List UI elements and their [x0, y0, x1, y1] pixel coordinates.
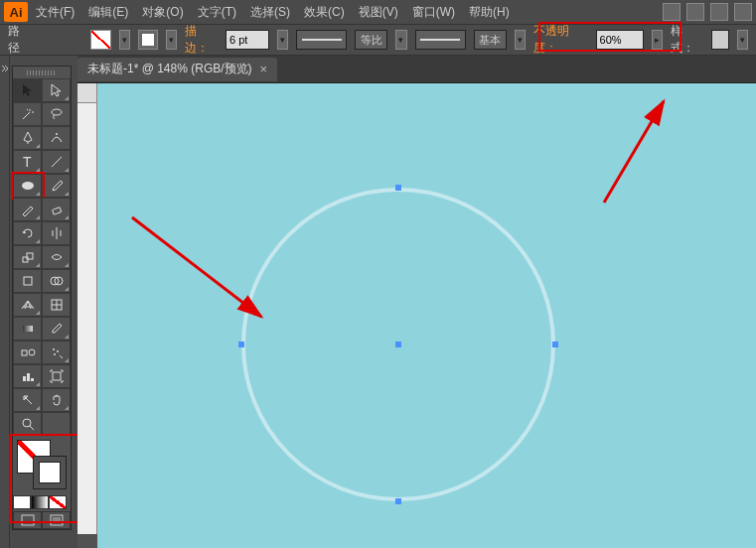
svg-line-23: [30, 426, 34, 430]
artboard-tool[interactable]: [42, 364, 71, 388]
stroke-dropdown[interactable]: ▾: [166, 30, 177, 50]
app-logo: Ai: [4, 2, 28, 22]
perspective-grid-tool[interactable]: [13, 293, 42, 317]
slice-tool[interactable]: [13, 388, 42, 412]
profile-preview[interactable]: [296, 30, 347, 50]
toolbox: T: [12, 66, 72, 530]
scale-tool[interactable]: [13, 245, 42, 269]
column-graph-tool[interactable]: [13, 364, 42, 388]
zoom-tool[interactable]: [13, 412, 42, 436]
svg-point-1: [56, 133, 58, 135]
color-mode-gradient[interactable]: [31, 495, 49, 509]
opacity-dropdown[interactable]: ▸: [652, 30, 663, 50]
svg-rect-5: [52, 207, 61, 214]
paintbrush-tool[interactable]: [42, 174, 71, 198]
blend-tool[interactable]: [13, 341, 42, 364]
ellipse-tool[interactable]: [13, 174, 42, 198]
menu-file[interactable]: 文件(F): [30, 2, 80, 23]
svg-point-22: [23, 419, 31, 427]
color-mode-none[interactable]: [49, 495, 67, 509]
document-tab-title: 未标题-1* @ 148% (RGB/预览): [87, 61, 252, 77]
dock-expand-icon[interactable]: [1, 59, 9, 67]
svg-rect-12: [23, 326, 33, 332]
canvas-area: [77, 83, 756, 548]
opacity-input[interactable]: [596, 30, 644, 50]
ruler-origin[interactable]: [77, 83, 97, 103]
reflect-tool[interactable]: [42, 221, 71, 245]
line-segment-tool[interactable]: [42, 150, 71, 174]
magic-wand-tool[interactable]: [13, 102, 42, 126]
fill-stroke-indicator[interactable]: [13, 438, 71, 493]
fill-dropdown[interactable]: ▾: [119, 30, 130, 50]
rotate-tool[interactable]: [13, 221, 42, 245]
menu-bar: Ai 文件(F) 编辑(E) 对象(O) 文字(T) 选择(S) 效果(C) 视…: [0, 0, 756, 24]
workspace-icon[interactable]: [663, 3, 680, 21]
color-mode-solid[interactable]: [13, 495, 31, 509]
profile-label[interactable]: 等比: [355, 30, 387, 50]
style-label[interactable]: 样式：: [671, 23, 703, 57]
profile-dropdown[interactable]: ▾: [395, 30, 406, 50]
lasso-tool[interactable]: [42, 102, 71, 126]
pen-tool[interactable]: [13, 126, 42, 150]
handle-center[interactable]: [395, 342, 401, 347]
extra-tool[interactable]: [42, 412, 71, 436]
hand-tool[interactable]: [42, 388, 71, 412]
toolbox-grip[interactable]: [13, 67, 71, 78]
stroke-weight-input[interactable]: [226, 30, 269, 50]
menu-object[interactable]: 对象(O): [136, 2, 189, 23]
handle-south[interactable]: [395, 498, 401, 504]
selection-tool[interactable]: [13, 78, 42, 102]
artboard[interactable]: [97, 83, 756, 548]
menu-view[interactable]: 视图(V): [353, 2, 404, 23]
menu-effect[interactable]: 效果(C): [298, 2, 351, 23]
handle-east[interactable]: [552, 342, 558, 347]
svg-point-15: [53, 348, 55, 350]
ruler-vertical[interactable]: [77, 103, 97, 534]
screen-mode[interactable]: [42, 511, 71, 529]
svg-rect-24: [22, 515, 34, 525]
direct-selection-tool[interactable]: [42, 78, 71, 102]
width-tool[interactable]: [42, 245, 71, 269]
handle-north[interactable]: [395, 185, 401, 191]
free-transform-tool[interactable]: [13, 269, 42, 293]
shape-builder-tool[interactable]: [42, 269, 71, 293]
handle-west[interactable]: [238, 342, 244, 347]
graphic-style-swatch[interactable]: [711, 30, 729, 50]
document-tab[interactable]: 未标题-1* @ 148% (RGB/预览) ×: [77, 58, 277, 81]
draw-mode[interactable]: [13, 511, 42, 529]
brushdef-preview[interactable]: [415, 30, 466, 50]
close-tab-icon[interactable]: ×: [260, 62, 268, 76]
stroke-weight-dropdown[interactable]: ▾: [277, 30, 288, 50]
brushdef-dropdown[interactable]: ▾: [515, 30, 526, 50]
svg-point-0: [52, 109, 62, 115]
stroke-label[interactable]: 描边：: [185, 23, 218, 57]
svg-line-3: [52, 157, 62, 167]
stock-icon[interactable]: [686, 3, 704, 21]
menu-help[interactable]: 帮助(H): [463, 2, 516, 23]
svg-rect-20: [31, 378, 34, 381]
mesh-tool[interactable]: [42, 293, 71, 317]
arrange-icon[interactable]: [710, 3, 728, 21]
symbol-sprayer-tool[interactable]: [42, 341, 71, 364]
fill-swatch[interactable]: [90, 30, 110, 50]
left-dock: T: [0, 56, 77, 548]
opacity-label[interactable]: 不透明度：: [533, 23, 588, 57]
style-dropdown[interactable]: ▾: [737, 30, 748, 50]
menu-type[interactable]: 文字(T): [192, 2, 242, 23]
eraser-tool[interactable]: [42, 198, 71, 221]
stroke-swatch[interactable]: [138, 30, 158, 50]
menu-edit[interactable]: 编辑(E): [82, 2, 134, 23]
type-tool[interactable]: T: [13, 150, 42, 174]
menu-window[interactable]: 窗口(W): [406, 2, 461, 23]
gradient-tool[interactable]: [13, 317, 42, 341]
dock-strip[interactable]: [0, 56, 10, 548]
selection-kind-label: 路径: [8, 23, 30, 57]
stroke-indicator[interactable]: [33, 456, 67, 489]
menu-select[interactable]: 选择(S): [244, 2, 296, 23]
curvature-tool[interactable]: [42, 126, 71, 150]
eyedropper-tool[interactable]: [42, 317, 71, 341]
search-icon[interactable]: [734, 3, 752, 21]
brushdef-label[interactable]: 基本: [474, 30, 507, 50]
pencil-tool[interactable]: [13, 198, 42, 221]
svg-rect-21: [53, 372, 61, 380]
